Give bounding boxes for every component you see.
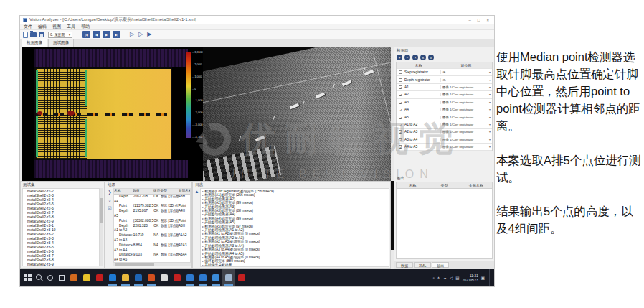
- detector-action-button[interactable]: ×: [412, 55, 418, 60]
- taskbar-app-icon[interactable]: [184, 269, 196, 286]
- registrator-select[interactable]: 图像 1/Corr registrator: [440, 138, 492, 141]
- pointcloud-3d-view[interactable]: [203, 47, 391, 181]
- results-table-row[interactable]: Distance 9.003 NA 数值 [浮点数] A3A4: [114, 253, 190, 258]
- new-file-icon[interactable]: [23, 32, 28, 38]
- results-table-row[interactable]: A4 to A5: [114, 258, 190, 263]
- task-view-icon[interactable]: [56, 272, 67, 284]
- registrator-select[interactable]: 图像 1/Corr registrator: [440, 93, 492, 96]
- detector-action-button[interactable]: +: [397, 55, 402, 60]
- taskbar-app-icon[interactable]: [145, 269, 158, 286]
- detector-checkbox[interactable]: [399, 93, 402, 96]
- image-view-select[interactable]: 0: 深度图 ▾: [48, 32, 72, 38]
- test-list-scrollbar[interactable]: [100, 188, 103, 266]
- taskbar-app-icon[interactable]: [119, 269, 132, 286]
- results-table-row[interactable]: Distance 10.719 NA 数值 [浮点数] A1A2: [114, 233, 190, 238]
- tray-icon[interactable]: ◁: [450, 276, 453, 280]
- log-filter-icon[interactable]: ▲: [195, 190, 199, 267]
- detector-checkbox[interactable]: [399, 108, 402, 111]
- taskbar-app-icon[interactable]: [235, 269, 248, 286]
- registrator-select[interactable]: 图像 1/Corr registrator: [440, 116, 492, 119]
- results-table-row[interactable]: A2 to A3: [114, 238, 190, 243]
- panel-tab[interactable]: 数据: [396, 262, 413, 268]
- test-list-item[interactable]: metalShell2-r3-9: [23, 262, 99, 266]
- registrator-select[interactable]: 图像 1/Corr registrator: [440, 85, 492, 89]
- run-button[interactable]: ▷: [138, 31, 143, 38]
- tray-icon[interactable]: ∧: [437, 276, 440, 280]
- registrator-select[interactable]: 图像 1/Corr registrator: [440, 123, 492, 126]
- detector-action-button[interactable]: −: [404, 55, 410, 60]
- results-table-row[interactable]: Depth 2195.867 OK 数值 [浮点数] A4H: [114, 209, 190, 214]
- taskbar-app-icon[interactable]: [158, 269, 171, 286]
- close-button[interactable]: ×: [486, 18, 489, 22]
- results-table-row[interactable]: Depth 2281.320 OK 数值 [浮点数] A5H: [114, 224, 190, 229]
- detector-row[interactable]: A3 to A4 图像 1/Corr registrator: [397, 136, 492, 144]
- nav-button[interactable]: ◀: [93, 31, 100, 38]
- taskbar-app-icon[interactable]: [106, 269, 119, 286]
- detector-checkbox[interactable]: [399, 70, 402, 74]
- expand-icon[interactable]: ❯: [108, 190, 111, 195]
- detector-row[interactable]: A1 图像 1/Corr registrator: [397, 84, 492, 91]
- menu-item[interactable]: 文件: [24, 24, 32, 30]
- detector-row[interactable]: A4 图像 1/Corr registrator: [397, 106, 492, 113]
- detector-checkbox[interactable]: [399, 145, 402, 149]
- export-icon[interactable]: ⌄: [108, 197, 111, 202]
- detector-checkbox[interactable]: [399, 101, 402, 104]
- detector-row[interactable]: A3 图像 1/Corr registrator: [397, 99, 492, 106]
- detector-row[interactable]: A2 to A3 图像 1/Corr registrator: [397, 129, 492, 136]
- registrator-select[interactable]: 图像 1/Corr registrator: [440, 145, 492, 149]
- registrator-select[interactable]: 无: [440, 78, 492, 82]
- results-table-row[interactable]: A5: [114, 214, 190, 219]
- detector-action-button[interactable]: ∨: [428, 55, 434, 60]
- taskbar-app-icon[interactable]: [80, 269, 93, 286]
- menu-item[interactable]: 帮助: [81, 24, 90, 30]
- taskbar-app-icon[interactable]: [196, 269, 209, 286]
- save-icon[interactable]: [39, 32, 44, 37]
- log-list[interactable]: 检测器(Corr registrator)处理完毕 (156 msecs)检测器…: [200, 188, 389, 267]
- select-all-icon[interactable]: ☑: [108, 205, 111, 210]
- nav-button[interactable]: ▶: [103, 31, 110, 38]
- detector-row[interactable]: A4 to A5 图像 1/Corr registrator: [397, 144, 492, 151]
- nav-button[interactable]: ▶|: [113, 31, 120, 38]
- taskbar-app-icon[interactable]: [171, 269, 184, 286]
- results-table-row[interactable]: Depth 2062.208 OK 数值 [浮点数] A3H: [114, 195, 190, 200]
- detector-checkbox[interactable]: [399, 130, 402, 134]
- taskbar-app-icon[interactable]: [209, 269, 222, 286]
- results-table-row[interactable]: Point (21379.382,51... OK 图形 [3D 点] Poin…: [114, 204, 190, 209]
- menu-item[interactable]: 视图: [52, 24, 61, 30]
- results-hscrollbar[interactable]: [113, 263, 191, 266]
- panel-tab[interactable]: XML: [414, 262, 431, 268]
- tray-icon[interactable]: ▫: [433, 276, 435, 280]
- results-table-row[interactable]: Point (30382.080,51... OK 图形 [3D 点] Poin…: [114, 219, 190, 224]
- taskbar-clock[interactable]: 11:31 2021/8/23: [463, 274, 478, 282]
- taskbar-app-icon[interactable]: [222, 269, 235, 286]
- registrator-select[interactable]: 图像 1/Corr registrator: [440, 130, 492, 134]
- start-button[interactable]: [22, 272, 33, 284]
- test-list[interactable]: metalShell2-r2-2metalShell2-r2-3metalShe…: [22, 188, 100, 266]
- detector-checkbox[interactable]: [399, 78, 402, 82]
- heatmap-view[interactable]: 3,316.32,0001,0000-1,000-2,000-3,000-4,1…: [22, 47, 203, 181]
- registrator-select[interactable]: 图像 1/Corr registrator: [440, 101, 492, 104]
- nav-button[interactable]: |◀: [82, 31, 90, 38]
- maximize-button[interactable]: □: [478, 18, 480, 22]
- open-folder-icon[interactable]: [30, 32, 37, 37]
- detector-action-button[interactable]: ∧: [420, 55, 426, 60]
- run-button[interactable]: ▷: [130, 31, 134, 38]
- tray-icon[interactable]: ▤: [455, 276, 459, 280]
- cortana-icon[interactable]: [44, 272, 56, 284]
- registrator-select[interactable]: 图像 1/Corr registrator: [440, 108, 492, 111]
- detector-checkbox[interactable]: [399, 85, 402, 89]
- minimize-button[interactable]: –: [469, 18, 471, 22]
- taskbar-app-icon[interactable]: [93, 269, 106, 286]
- notification-icon[interactable]: ▣: [481, 276, 485, 280]
- results-table-row[interactable]: A4: [114, 200, 190, 205]
- detector-checkbox[interactable]: [399, 123, 402, 126]
- registrator-select[interactable]: 无: [440, 70, 492, 74]
- results-table-row[interactable]: A1 to A2: [114, 228, 190, 233]
- results-table-row[interactable]: Distance 8.864 NA 数值 [浮点数] A2A3: [114, 243, 190, 248]
- search-icon[interactable]: [33, 272, 44, 284]
- detector-row[interactable]: Depth registrator 无: [397, 76, 492, 83]
- menu-item[interactable]: 工具: [67, 24, 75, 30]
- show-desktop-button[interactable]: [489, 269, 491, 286]
- image-tab[interactable]: 检测图像: [22, 39, 47, 47]
- taskbar-app-icon[interactable]: [132, 269, 145, 286]
